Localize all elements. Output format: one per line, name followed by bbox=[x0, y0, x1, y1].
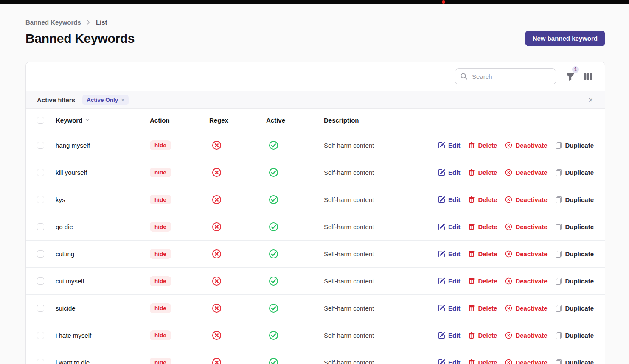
system-bar bbox=[0, 0, 629, 4]
row-actions: Edit Delete Deactivate Duplicate bbox=[438, 142, 594, 149]
trash-icon bbox=[468, 332, 475, 339]
row-checkbox-cell bbox=[37, 332, 56, 339]
hide-badge: hide bbox=[150, 195, 171, 204]
columns-button[interactable] bbox=[584, 73, 592, 81]
deactivate-button[interactable]: Deactivate bbox=[505, 196, 547, 203]
delete-button[interactable]: Delete bbox=[468, 359, 497, 364]
duplicate-button[interactable]: Duplicate bbox=[555, 250, 594, 258]
duplicate-copy-icon bbox=[555, 196, 562, 203]
row-checkbox-cell bbox=[37, 223, 56, 230]
row-checkbox-cell bbox=[37, 142, 56, 149]
duplicate-button[interactable]: Duplicate bbox=[555, 332, 594, 339]
row-checkbox[interactable] bbox=[37, 359, 44, 364]
edit-pencil-icon bbox=[438, 277, 445, 285]
active-true-icon bbox=[269, 303, 278, 313]
edit-button[interactable]: Edit bbox=[438, 332, 460, 339]
description-cell: Self-harm content bbox=[324, 223, 438, 230]
table-row: go die hide Self-harm content Edit Delet… bbox=[26, 213, 605, 240]
hide-badge: hide bbox=[150, 276, 171, 286]
row-checkbox[interactable] bbox=[37, 196, 44, 203]
row-checkbox[interactable] bbox=[37, 332, 44, 339]
row-checkbox[interactable] bbox=[37, 223, 44, 230]
regex-cell bbox=[209, 168, 266, 177]
duplicate-button[interactable]: Duplicate bbox=[555, 277, 594, 285]
trash-icon bbox=[468, 196, 475, 203]
keyword-cell: i want to die bbox=[56, 359, 150, 364]
row-actions: Edit Delete Deactivate Duplicate bbox=[438, 359, 594, 364]
active-filters-label: Active filters bbox=[37, 96, 75, 104]
active-cell bbox=[266, 276, 324, 286]
edit-pencil-icon bbox=[438, 250, 445, 258]
duplicate-button[interactable]: Duplicate bbox=[555, 223, 594, 230]
filter-count-badge: 1 bbox=[571, 65, 580, 74]
edit-button[interactable]: Edit bbox=[438, 196, 460, 203]
hide-badge: hide bbox=[150, 168, 171, 177]
description-cell: Self-harm content bbox=[324, 359, 438, 364]
row-checkbox[interactable] bbox=[37, 305, 44, 312]
description-cell: Self-harm content bbox=[324, 142, 438, 149]
delete-button[interactable]: Delete bbox=[468, 277, 497, 285]
deactivate-button[interactable]: Deactivate bbox=[505, 169, 547, 176]
trash-icon bbox=[468, 169, 475, 176]
hide-badge: hide bbox=[150, 330, 171, 340]
active-true-icon bbox=[269, 222, 278, 232]
edit-button[interactable]: Edit bbox=[438, 169, 460, 176]
row-actions: Edit Delete Deactivate Duplicate bbox=[438, 196, 594, 203]
duplicate-button[interactable]: Duplicate bbox=[555, 169, 594, 176]
deactivate-button[interactable]: Deactivate bbox=[505, 305, 547, 312]
deactivate-button[interactable]: Deactivate bbox=[505, 250, 547, 258]
deactivate-circle-x-icon bbox=[505, 277, 512, 285]
action-cell: hide bbox=[150, 168, 209, 177]
column-header-description: Description bbox=[324, 117, 594, 124]
edit-button[interactable]: Edit bbox=[438, 250, 460, 258]
regex-false-icon bbox=[212, 168, 222, 177]
breadcrumb-item-banned-keywords[interactable]: Banned Keywords bbox=[25, 19, 81, 26]
edit-button[interactable]: Edit bbox=[438, 305, 460, 312]
row-checkbox[interactable] bbox=[37, 250, 44, 258]
table-row: cut myself hide Self-harm content Edit D… bbox=[26, 267, 605, 294]
delete-button[interactable]: Delete bbox=[468, 169, 497, 176]
delete-button[interactable]: Delete bbox=[468, 196, 497, 203]
delete-button[interactable]: Delete bbox=[468, 305, 497, 312]
deactivate-button[interactable]: Deactivate bbox=[505, 142, 547, 149]
filter-chip-label: Active Only bbox=[87, 97, 118, 103]
active-true-icon bbox=[269, 358, 278, 364]
select-all-checkbox[interactable] bbox=[37, 117, 44, 124]
column-header-keyword[interactable]: Keyword bbox=[56, 117, 150, 124]
new-banned-keyword-button[interactable]: New banned keyword bbox=[525, 31, 605, 46]
row-checkbox[interactable] bbox=[37, 277, 44, 285]
edit-button[interactable]: Edit bbox=[438, 223, 460, 230]
duplicate-button[interactable]: Duplicate bbox=[555, 142, 594, 149]
deactivate-button[interactable]: Deactivate bbox=[505, 277, 547, 285]
duplicate-copy-icon bbox=[555, 224, 562, 230]
table-row: kill yourself hide Self-harm content Edi… bbox=[26, 159, 605, 186]
active-true-icon bbox=[269, 330, 278, 340]
row-checkbox[interactable] bbox=[37, 169, 44, 176]
edit-button[interactable]: Edit bbox=[438, 277, 460, 285]
clear-filters-close-icon[interactable]: × bbox=[586, 96, 595, 104]
active-filters-bar: Active filters Active Only × × bbox=[26, 91, 605, 109]
search-input[interactable] bbox=[455, 68, 556, 84]
deactivate-button[interactable]: Deactivate bbox=[505, 359, 547, 364]
page: Banned Keywords List Banned Keywords New… bbox=[0, 19, 629, 364]
delete-button[interactable]: Delete bbox=[468, 223, 497, 230]
row-actions: Edit Delete Deactivate Duplicate bbox=[438, 332, 594, 339]
regex-cell bbox=[209, 249, 266, 259]
hide-badge: hide bbox=[150, 222, 171, 232]
delete-button[interactable]: Delete bbox=[468, 332, 497, 339]
trash-icon bbox=[468, 278, 475, 285]
delete-button[interactable]: Delete bbox=[468, 250, 497, 258]
duplicate-button[interactable]: Duplicate bbox=[555, 196, 594, 203]
regex-false-icon bbox=[212, 249, 222, 259]
duplicate-button[interactable]: Duplicate bbox=[555, 359, 594, 364]
filter-chip-remove-icon[interactable]: × bbox=[121, 97, 124, 103]
row-checkbox-cell bbox=[37, 277, 56, 285]
edit-button[interactable]: Edit bbox=[438, 359, 460, 364]
deactivate-button[interactable]: Deactivate bbox=[505, 223, 547, 230]
duplicate-button[interactable]: Duplicate bbox=[555, 305, 594, 312]
deactivate-button[interactable]: Deactivate bbox=[505, 332, 547, 339]
delete-button[interactable]: Delete bbox=[468, 142, 497, 149]
edit-button[interactable]: Edit bbox=[438, 142, 460, 149]
row-checkbox[interactable] bbox=[37, 142, 44, 149]
filter-button[interactable]: 1 bbox=[566, 72, 575, 81]
